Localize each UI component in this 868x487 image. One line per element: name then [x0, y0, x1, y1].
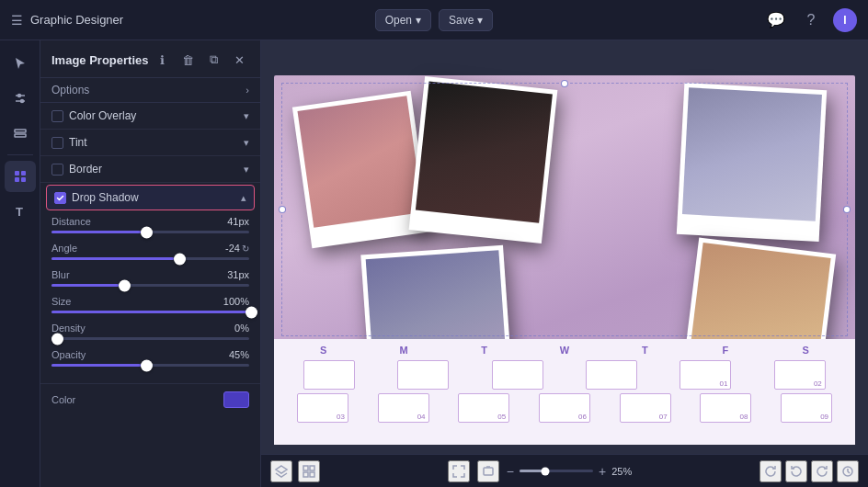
border-left: Border [51, 163, 102, 176]
toolbar-layers[interactable] [5, 118, 36, 149]
opacity-value: 45% [229, 349, 249, 360]
help-icon[interactable]: ? [798, 7, 824, 33]
svg-marker-11 [276, 466, 287, 473]
sidebar-panel: Image Properties ℹ 🗑 ⧉ ✕ Options › Color… [40, 40, 261, 487]
blur-slider-row: Blur 31px [51, 269, 249, 287]
distance-track[interactable] [51, 231, 249, 233]
redo-icon[interactable] [811, 460, 833, 482]
sidebar-header-icons: ℹ 🗑 ⧉ ✕ [152, 50, 249, 70]
undo-icon[interactable] [785, 460, 807, 482]
cal-day-f: F [700, 345, 751, 356]
cal-cell [397, 360, 449, 390]
cal-cell [586, 360, 637, 390]
close-panel-icon[interactable]: ✕ [229, 50, 249, 70]
cal-cell: 07 [620, 393, 671, 423]
zoom-control: − + 25% [507, 464, 632, 479]
blur-track[interactable] [51, 284, 249, 287]
options-label: Options [51, 84, 89, 96]
svg-rect-15 [310, 472, 314, 477]
avatar[interactable]: I [833, 8, 857, 32]
bottom-center: − + 25% [448, 460, 632, 482]
options-row[interactable]: Options › [40, 78, 260, 103]
cal-cell: 04 [378, 393, 429, 423]
drop-shadow-checkbox[interactable] [54, 192, 66, 204]
slider-section: Distance 41px Angle -24 ↻ [40, 212, 260, 384]
color-overlay-chevron: ▾ [244, 110, 249, 122]
calendar-cells-row2: 03 04 05 06 07 08 09 [283, 393, 846, 423]
cal-cell: 02 [774, 360, 826, 390]
toolbar-text[interactable]: T [5, 196, 36, 227]
color-label: Color [51, 394, 75, 405]
open-button[interactable]: Open ▾ [375, 9, 431, 31]
toolbar-cursor[interactable] [5, 48, 36, 79]
cal-cell: 03 [297, 393, 348, 423]
canvas-content[interactable]: S M T W T F S 01 02 [261, 40, 868, 454]
drop-shadow-row[interactable]: Drop Shadow ▴ [46, 185, 255, 210]
distance-label: Distance [51, 216, 91, 227]
angle-input[interactable]: -24 ↻ [225, 243, 249, 254]
history-icon[interactable] [837, 460, 859, 482]
tint-row[interactable]: Tint ▾ [40, 130, 260, 156]
polaroid-2 [409, 76, 558, 244]
tint-right: ▾ [244, 137, 249, 149]
color-overlay-checkbox[interactable] [51, 110, 63, 122]
cal-cell: 09 [781, 393, 832, 423]
size-label: Size [51, 296, 71, 307]
delete-icon[interactable]: 🗑 [177, 50, 198, 70]
fit-page-icon[interactable] [448, 460, 470, 482]
toolbar-adjust[interactable] [5, 83, 36, 114]
size-track[interactable] [51, 311, 249, 313]
icon-bar: T [0, 40, 40, 487]
density-track[interactable] [51, 337, 249, 340]
zoom-in-button[interactable]: + [599, 464, 606, 479]
blur-value: 31px [227, 269, 249, 280]
cal-cell [492, 360, 543, 390]
hamburger-icon[interactable]: ☰ [11, 13, 23, 28]
border-right: ▾ [244, 164, 249, 176]
zoom-slider[interactable] [520, 470, 593, 472]
drop-shadow-left: Drop Shadow [54, 191, 139, 204]
sel-handle-left[interactable] [279, 206, 286, 213]
options-arrow-icon: › [246, 85, 249, 96]
svg-text:T: T [16, 205, 23, 219]
zoom-out-button[interactable]: − [507, 464, 514, 479]
tint-chevron: ▾ [244, 137, 249, 149]
border-checkbox[interactable] [51, 164, 63, 176]
angle-value: -24 [225, 243, 240, 254]
polaroid-1-photo [297, 96, 423, 227]
svg-rect-5 [15, 134, 26, 137]
cal-cell: 06 [539, 393, 590, 423]
cal-day-m: M [378, 345, 429, 356]
canvas-background: S M T W T F S 01 02 [274, 75, 855, 445]
border-row[interactable]: Border ▾ [40, 156, 260, 183]
sel-handle-right[interactable] [843, 206, 851, 213]
grid-view-icon[interactable] [298, 460, 320, 482]
topbar-right: 💬 ? I [493, 7, 857, 33]
svg-rect-6 [15, 171, 19, 176]
drop-shadow-chevron: ▴ [241, 192, 246, 204]
save-button[interactable]: Save ▾ [439, 9, 493, 31]
opacity-track[interactable] [51, 364, 249, 367]
cal-day-s2: S [780, 345, 831, 356]
refresh-icon[interactable] [760, 460, 782, 482]
duplicate-icon[interactable]: ⧉ [203, 50, 223, 70]
color-swatch[interactable] [223, 391, 249, 408]
toolbar-components[interactable] [5, 161, 36, 192]
calendar-cells-row1: 01 02 [283, 360, 846, 390]
angle-track[interactable] [51, 257, 249, 260]
resize-icon[interactable] [477, 460, 499, 482]
chat-icon[interactable]: 💬 [763, 7, 789, 33]
drop-shadow-label: Drop Shadow [72, 191, 139, 204]
border-label: Border [69, 163, 102, 176]
sel-handle-top[interactable] [561, 80, 568, 87]
tint-checkbox[interactable] [51, 137, 63, 149]
size-value: 100% [223, 296, 249, 307]
cal-day-t1: T [459, 345, 510, 356]
layers-view-icon[interactable] [270, 460, 292, 482]
border-chevron: ▾ [244, 164, 249, 176]
topbar: ☰ Graphic Designer Open ▾ Save ▾ 💬 ? I [0, 0, 868, 40]
color-overlay-row[interactable]: Color Overlay ▾ [40, 103, 260, 130]
svg-rect-9 [21, 177, 26, 182]
canvas-area: S M T W T F S 01 02 [261, 40, 868, 487]
info-icon[interactable]: ℹ [152, 50, 172, 70]
